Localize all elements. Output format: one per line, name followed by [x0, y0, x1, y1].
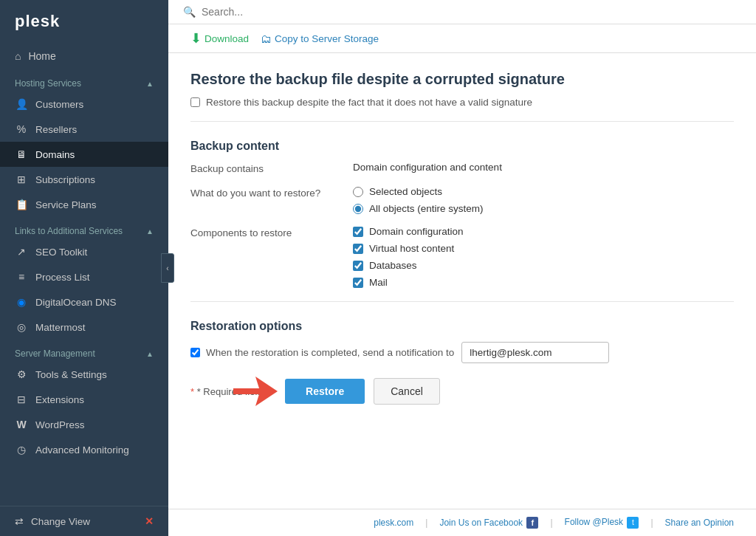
component-virtual-host[interactable]: Virtual host content	[353, 243, 734, 254]
download-link[interactable]: ⬇ Download	[190, 30, 249, 47]
sidebar-logo: plesk	[0, 0, 168, 43]
corrupt-signature-checkbox[interactable]	[190, 97, 200, 107]
monitoring-label: Advanced Monitoring	[35, 444, 129, 456]
sidebar: plesk ⌂ Home Hosting Services ▲ 👤 Custom…	[0, 0, 168, 536]
do-label: DigitalOcean DNS	[35, 297, 117, 308]
service-plans-icon: 📋	[15, 199, 28, 210]
sidebar-item-resellers[interactable]: % Resellers	[0, 117, 168, 142]
close-icon[interactable]: ✕	[145, 515, 154, 527]
radio-all-label: All objects (entire system)	[369, 203, 484, 214]
sidebar-item-digitalocean-dns[interactable]: ◉ DigitalOcean DNS	[0, 289, 168, 315]
restoration-options-title: Restoration options	[190, 320, 734, 333]
search-bar: 🔍	[168, 0, 756, 24]
mm-label: Mattermost	[35, 322, 86, 333]
components-group: Domain configuration Virtual host conten…	[353, 226, 734, 288]
sidebar-item-seo-toolkit[interactable]: ↗ SEO Toolkit	[0, 239, 168, 264]
form-actions-row: * * Required fields Restore Cancel	[190, 378, 734, 405]
arrow-indicator	[233, 377, 278, 406]
component-domain-config[interactable]: Domain configuration	[353, 226, 734, 237]
extensions-icon: ⊟	[15, 394, 28, 405]
content-area: Restore the backup file despite a corrup…	[168, 53, 756, 509]
main-content: 🔍 ⬇ Download 🗂 Copy to Server Storage Re…	[168, 0, 756, 536]
sidebar-item-domains[interactable]: 🖥 Domains	[0, 142, 168, 167]
tools-icon: ⚙	[15, 368, 28, 380]
restore-options-group: Selected objects All objects (entire sys…	[353, 186, 734, 214]
mm-icon: ◎	[15, 321, 28, 333]
page-title: Restore the backup file despite a corrup…	[190, 71, 734, 88]
checkbox-databases[interactable]	[353, 261, 363, 271]
components-label: Components to restore	[190, 226, 353, 238]
home-icon: ⌂	[15, 50, 21, 62]
footer: plesk.com | Join Us on Facebook f | Foll…	[168, 509, 756, 536]
checkbox-mail[interactable]	[353, 278, 363, 288]
links-section-label: Links to Additional Services	[15, 226, 123, 236]
restore-button[interactable]: Restore	[285, 379, 365, 404]
wp-icon: W	[15, 419, 28, 430]
corrupt-label-text: Restore this backup despite the fact tha…	[206, 97, 532, 108]
sidebar-item-process-list[interactable]: ≡ Process List	[0, 264, 168, 289]
seo-label: SEO Toolkit	[35, 247, 87, 258]
radio-all-objects[interactable]	[353, 204, 363, 214]
notification-checkbox[interactable]	[190, 348, 200, 357]
restore-radio-group: Selected objects All objects (entire sys…	[353, 186, 734, 214]
checkbox-virtual-host[interactable]	[353, 244, 363, 254]
divider-1	[190, 121, 734, 122]
twitter-link[interactable]: Follow @Plesk t	[565, 517, 639, 529]
logo-text: plesk	[15, 12, 60, 30]
sidebar-section-hosting[interactable]: Hosting Services ▲	[0, 72, 168, 92]
domains-icon: 🖥	[15, 148, 28, 160]
restore-option-selected[interactable]: Selected objects	[353, 186, 734, 197]
domain-config-label: Domain configuration	[369, 226, 464, 237]
wp-label: WordPress	[35, 419, 85, 430]
corrupt-checkbox-label[interactable]: Restore this backup despite the fact tha…	[190, 97, 734, 108]
copy-to-server-link[interactable]: 🗂 Copy to Server Storage	[261, 32, 379, 45]
notification-email-input[interactable]	[461, 342, 609, 363]
plesk-link[interactable]: plesk.com	[374, 518, 413, 528]
cancel-button[interactable]: Cancel	[374, 378, 440, 405]
sidebar-item-wordpress[interactable]: W WordPress	[0, 412, 168, 437]
process-label: Process List	[35, 272, 90, 283]
hosting-section-label: Hosting Services	[15, 78, 81, 89]
sidebar-section-server-mgmt[interactable]: Server Management ▲	[0, 343, 168, 362]
divider-2	[190, 301, 734, 302]
restore-option-all[interactable]: All objects (entire system)	[353, 203, 734, 214]
seo-icon: ↗	[15, 246, 28, 258]
sidebar-item-subscriptions[interactable]: ⊞ Subscriptions	[0, 167, 168, 192]
search-input[interactable]	[202, 6, 423, 18]
sidebar-item-tools-settings[interactable]: ⚙ Tools & Settings	[0, 362, 168, 387]
facebook-link[interactable]: Join Us on Facebook f	[439, 517, 538, 529]
radio-selected-label: Selected objects	[369, 186, 442, 197]
sidebar-item-service-plans[interactable]: 📋 Service Plans	[0, 192, 168, 217]
server-mgmt-chevron: ▲	[146, 350, 154, 358]
restore-what-row: What do you want to restore? Selected ob…	[190, 186, 734, 214]
change-view-label: Change View	[31, 516, 90, 527]
components-checkbox-group: Domain configuration Virtual host conten…	[353, 226, 734, 288]
sidebar-item-change-view[interactable]: ⇄ Change View ✕	[0, 506, 168, 536]
checkbox-domain-config[interactable]	[353, 227, 363, 237]
do-icon: ◉	[15, 296, 28, 308]
components-row: Components to restore Domain configurati…	[190, 226, 734, 288]
monitoring-icon: ◷	[15, 444, 28, 456]
notification-label[interactable]: When the restoration is completed, send …	[190, 347, 454, 358]
opinion-link[interactable]: Share an Opinion	[665, 518, 734, 528]
virtual-host-label: Virtual host content	[369, 243, 454, 254]
action-toolbar: ⬇ Download 🗂 Copy to Server Storage	[168, 24, 756, 53]
hosting-chevron: ▲	[146, 80, 154, 88]
backup-contains-label: Backup contains	[190, 162, 353, 174]
sidebar-item-extensions[interactable]: ⊟ Extensions	[0, 387, 168, 412]
sidebar-item-customers[interactable]: 👤 Customers	[0, 92, 168, 117]
component-mail[interactable]: Mail	[353, 277, 734, 288]
sidebar-item-mattermost[interactable]: ◎ Mattermost	[0, 315, 168, 340]
notification-row: When the restoration is completed, send …	[190, 342, 734, 363]
resellers-icon: %	[15, 123, 28, 135]
sidebar-collapse-button[interactable]: ‹	[161, 253, 174, 283]
button-group: Restore Cancel	[285, 378, 440, 405]
search-icon: 🔍	[183, 6, 196, 18]
radio-selected-objects[interactable]	[353, 187, 363, 197]
component-databases[interactable]: Databases	[353, 260, 734, 271]
extensions-label: Extensions	[35, 394, 84, 405]
sidebar-item-advanced-monitoring[interactable]: ◷ Advanced Monitoring	[0, 437, 168, 462]
sidebar-item-home[interactable]: ⌂ Home	[0, 43, 168, 69]
sidebar-section-links[interactable]: Links to Additional Services ▲	[0, 220, 168, 239]
databases-label: Databases	[369, 260, 417, 271]
